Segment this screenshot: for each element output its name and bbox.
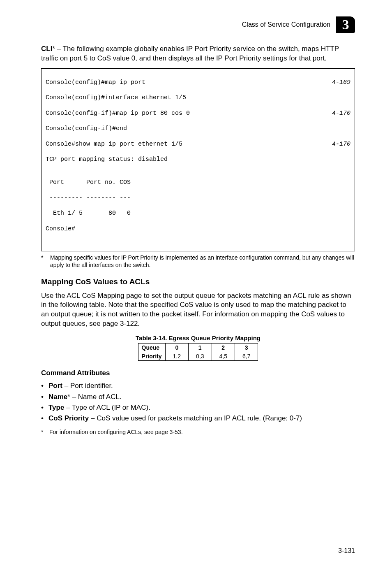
cell: 1,2 [165, 352, 188, 361]
intro-paragraph: CLI* – The following example globally en… [41, 44, 355, 63]
code-line: Console(config)#map ip port [46, 79, 145, 87]
egress-queue-table: Queue 0 1 2 3 Priority 1,2 0,3 4,5 6,7 [138, 343, 258, 361]
table-label: Table 3-14. [136, 334, 167, 341]
command-attributes-heading: Command Attributes [41, 369, 355, 377]
col-header: 0 [165, 344, 188, 352]
col-header: 1 [189, 344, 212, 352]
attr-label: Type [48, 404, 64, 411]
footnote-star: * [41, 428, 49, 436]
code-footnote: * Mapping specific values for IP Port Pr… [41, 254, 355, 269]
cell: 6,7 [235, 352, 258, 361]
attr-text: – Name of ACL. [70, 393, 122, 401]
chapter-badge-icon: 3 [336, 16, 355, 33]
running-title: Class of Service Configuration [242, 21, 330, 28]
attr-label: Name [48, 393, 67, 401]
code-ref: 4-170 [324, 141, 350, 149]
section-heading: Mapping CoS Values to ACLs [41, 277, 355, 286]
row-label: Priority [138, 352, 165, 361]
footnote-text: Mapping specific values for IP Port Prio… [50, 254, 355, 269]
table-title: Egress Queue Priority Mapping [169, 334, 261, 341]
list-item: Name* – Name of ACL. [41, 392, 355, 402]
cell: 0,3 [189, 352, 212, 361]
table-header-row: Queue 0 1 2 3 [138, 344, 258, 352]
list-item: Port – Port identifier. [41, 381, 355, 391]
footnote-text: For information on configuring ACLs, see… [49, 428, 183, 436]
code-line: Console# [46, 225, 75, 233]
cli-output-block: Console(config)#map ip port4-169 Console… [41, 68, 355, 251]
attr-text: – Port identifier. [62, 382, 113, 390]
footnote-star: * [41, 254, 50, 269]
code-line: Console(config)#interface ethernet 1/5 [46, 94, 186, 102]
attr-text: – CoS value used for packets matching an… [89, 414, 302, 422]
code-line: Console#show map ip port ethernet 1/5 [46, 141, 182, 149]
intro-text: – The following example globally enables… [41, 45, 339, 62]
attr-text: – Type of ACL (IP or MAC). [64, 404, 150, 411]
page: Class of Service Configuration 3 CLI* – … [0, 0, 392, 571]
running-header: Class of Service Configuration 3 [41, 16, 355, 33]
list-item: Type – Type of ACL (IP or MAC). [41, 402, 355, 413]
acl-footnote: * For information on configuring ACLs, s… [41, 428, 355, 436]
code-ref: 4-170 [324, 110, 350, 118]
cli-label: CLI [41, 45, 52, 53]
code-line: Console(config-if)#end [46, 125, 127, 133]
code-ref: 4-169 [324, 79, 350, 87]
table-caption: Table 3-14. Egress Queue Priority Mappin… [41, 334, 355, 341]
col-header: 3 [235, 344, 258, 352]
code-line: TCP port mapping status: disabled [46, 156, 168, 164]
attr-label: Port [48, 382, 62, 390]
code-line: --------- -------- --- [46, 195, 131, 202]
code-line: Port Port no. COS [46, 179, 131, 187]
col-header: Queue [138, 344, 165, 352]
list-item: CoS Priority – CoS value used for packet… [41, 413, 355, 424]
col-header: 2 [212, 344, 235, 352]
cell: 4,5 [212, 352, 235, 361]
code-line: Eth 1/ 5 80 0 [46, 210, 131, 218]
command-attributes-list: Port – Port identifier. Name* – Name of … [41, 381, 355, 424]
attr-label: CoS Priority [48, 414, 89, 422]
section-paragraph: Use the ACL CoS Mapping page to set the … [41, 291, 355, 329]
table-row: Priority 1,2 0,3 4,5 6,7 [138, 352, 258, 361]
page-number: 3-131 [338, 547, 355, 555]
code-line: Console(config-if)#map ip port 80 cos 0 [46, 110, 190, 118]
attr-star: * [67, 393, 70, 401]
